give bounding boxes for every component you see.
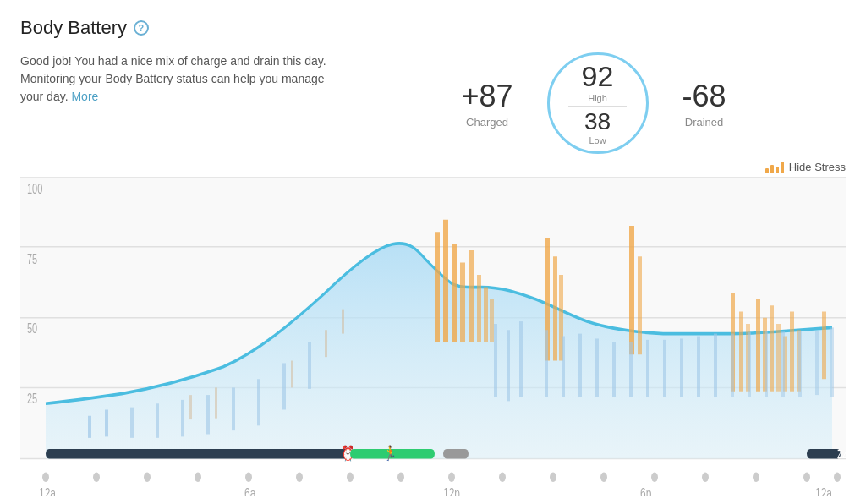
svg-rect-53 — [562, 337, 565, 398]
chart-controls: Hide Stress — [20, 161, 846, 173]
more-link[interactable]: More — [71, 90, 98, 103]
svg-rect-35 — [105, 410, 108, 437]
svg-rect-52 — [545, 330, 548, 397]
svg-point-86 — [499, 472, 506, 482]
svg-point-80 — [195, 472, 201, 482]
svg-point-88 — [600, 472, 607, 482]
svg-point-79 — [144, 472, 151, 482]
svg-rect-69 — [830, 327, 834, 397]
svg-point-89 — [651, 472, 658, 482]
svg-rect-38 — [181, 400, 184, 437]
svg-rect-12 — [452, 244, 457, 342]
svg-rect-33 — [822, 312, 826, 380]
svg-text:12a: 12a — [39, 485, 57, 496]
circle-divider — [568, 106, 626, 107]
charged-label: Charged — [461, 116, 512, 129]
svg-rect-47 — [325, 330, 327, 357]
svg-rect-40 — [232, 387, 235, 430]
svg-rect-41 — [257, 379, 260, 425]
svg-rect-31 — [790, 312, 794, 392]
hide-stress-label: Hide Stress — [789, 161, 846, 173]
svg-text:Zz: Zz — [837, 448, 846, 462]
svg-rect-67 — [798, 331, 802, 397]
svg-text:12p: 12p — [443, 485, 460, 496]
low-value: 38 — [584, 109, 611, 135]
svg-rect-24 — [739, 312, 743, 392]
svg-point-81 — [245, 472, 252, 482]
svg-point-83 — [347, 472, 354, 482]
svg-rect-49 — [494, 324, 497, 397]
stress-bar-icon — [765, 162, 784, 173]
svg-rect-62 — [714, 334, 717, 397]
help-icon[interactable]: ? — [134, 20, 149, 36]
svg-rect-44 — [189, 395, 192, 419]
svg-rect-28 — [770, 305, 774, 392]
svg-point-84 — [397, 472, 404, 482]
hide-stress-button[interactable]: Hide Stress — [765, 161, 846, 173]
svg-rect-56 — [612, 342, 616, 397]
high-value: 92 — [582, 61, 614, 92]
description-text: Good job! You had a nice mix of charge a… — [20, 52, 342, 106]
charged-value: +87 — [461, 79, 512, 114]
svg-rect-19 — [553, 256, 557, 360]
svg-text:12a: 12a — [815, 485, 833, 496]
charged-stat: +87 Charged — [461, 79, 512, 129]
svg-text:6p: 6p — [640, 485, 651, 496]
svg-rect-59 — [663, 340, 666, 397]
drained-value: -68 — [682, 79, 726, 114]
svg-rect-42 — [282, 363, 286, 409]
svg-rect-66 — [781, 331, 785, 397]
svg-point-87 — [550, 472, 556, 482]
svg-rect-22 — [638, 256, 642, 354]
svg-rect-57 — [629, 342, 633, 397]
svg-rect-54 — [578, 334, 582, 397]
svg-rect-64 — [748, 332, 751, 397]
svg-rect-37 — [156, 403, 159, 438]
drained-stat: -68 Drained — [682, 79, 726, 129]
svg-text:75: 75 — [27, 252, 38, 266]
high-low-circle: 92 High 38 Low — [547, 52, 649, 154]
high-label: High — [588, 93, 607, 103]
svg-text:6a: 6a — [244, 485, 256, 496]
top-section: Good job! You had a nice mix of charge a… — [20, 52, 846, 154]
svg-rect-15 — [477, 275, 481, 342]
svg-rect-36 — [130, 408, 134, 438]
svg-point-92 — [803, 472, 810, 482]
svg-rect-74 — [443, 449, 469, 459]
svg-rect-55 — [595, 338, 599, 397]
svg-rect-10 — [435, 232, 440, 342]
svg-rect-68 — [815, 331, 819, 395]
svg-rect-45 — [215, 387, 217, 418]
low-label: Low — [589, 135, 606, 145]
svg-point-78 — [93, 472, 100, 482]
drained-label: Drained — [682, 116, 726, 129]
svg-rect-13 — [460, 263, 465, 342]
svg-text:🏃: 🏃 — [384, 445, 397, 463]
svg-rect-58 — [646, 340, 650, 397]
svg-point-82 — [296, 472, 303, 482]
svg-rect-75 — [807, 449, 841, 459]
svg-rect-16 — [484, 288, 488, 342]
svg-rect-48 — [342, 310, 344, 334]
svg-rect-43 — [308, 342, 311, 389]
svg-rect-60 — [680, 338, 683, 397]
svg-rect-70 — [46, 449, 350, 459]
page-header: Body Battery ? — [20, 17, 846, 39]
body-battery-chart: 100 75 50 25 — [20, 177, 846, 496]
svg-text:100: 100 — [27, 182, 43, 196]
page-title: Body Battery — [20, 17, 127, 39]
svg-rect-34 — [88, 416, 91, 438]
svg-rect-11 — [443, 220, 448, 342]
svg-rect-26 — [756, 299, 760, 392]
svg-rect-63 — [731, 334, 734, 397]
svg-point-77 — [42, 472, 49, 482]
svg-rect-29 — [776, 324, 781, 392]
svg-point-93 — [834, 472, 841, 482]
svg-rect-61 — [697, 337, 700, 398]
svg-point-90 — [702, 472, 709, 482]
svg-rect-46 — [291, 361, 293, 388]
svg-rect-65 — [765, 331, 768, 397]
svg-rect-50 — [507, 330, 510, 401]
chart-area: 100 75 50 25 — [20, 177, 846, 496]
svg-point-85 — [448, 472, 455, 482]
